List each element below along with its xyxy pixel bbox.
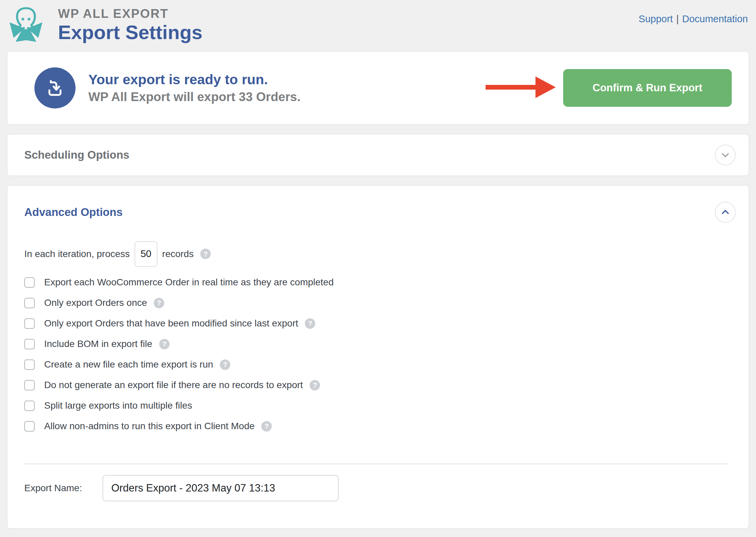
checkbox[interactable]	[24, 421, 35, 432]
export-name-input[interactable]	[103, 475, 339, 501]
checkbox[interactable]	[24, 277, 35, 288]
checkbox[interactable]	[24, 339, 35, 349]
checkbox-label: Export each WooCommerce Order in real ti…	[44, 277, 334, 288]
export-settings-page: WP ALL EXPORT Export Settings Support|Do…	[0, 0, 756, 529]
checkbox[interactable]	[24, 401, 35, 411]
banner-heading: Your export is ready to run.	[88, 71, 300, 88]
red-pointer-arrow-icon	[485, 74, 556, 101]
banner-subheading: WP All Export will export 33 Orders.	[88, 90, 300, 104]
advanced-collapse-button[interactable]	[715, 202, 736, 223]
checkbox-row: Split large exports into multiple files	[24, 396, 732, 416]
scheduling-options-title: Scheduling Options	[24, 149, 129, 161]
checkbox[interactable]	[24, 298, 35, 308]
checkbox-row: Only export Orders that have been modifi…	[24, 313, 732, 334]
iteration-suffix-label: records	[162, 249, 194, 259]
scheduling-expand-button[interactable]	[715, 145, 736, 165]
checkbox-row: Include BOM in export file ?	[24, 334, 732, 354]
help-icon[interactable]: ?	[310, 380, 320, 390]
iteration-row: In each iteration, process records ?	[24, 241, 732, 267]
iteration-prefix-label: In each iteration, process	[24, 249, 130, 259]
checkbox-label: Only export Orders once	[44, 297, 147, 308]
banner-text: Your export is ready to run. WP All Expo…	[88, 71, 300, 104]
advanced-options-title: Advanced Options	[24, 206, 123, 219]
section-divider	[24, 464, 728, 464]
help-icon[interactable]: ?	[261, 421, 272, 432]
checkbox-label: Allow non-admins to run this export in C…	[44, 421, 255, 432]
advanced-options-panel: Advanced Options In each iteration, proc…	[7, 185, 749, 529]
advanced-options-header: Advanced Options	[24, 202, 736, 223]
chevron-down-icon	[720, 149, 731, 161]
checkbox-label: Include BOM in export file	[44, 339, 152, 349]
support-link[interactable]: Support	[639, 13, 673, 24]
checkbox-row: Do not generate an export file if there …	[24, 375, 732, 396]
checkbox-label: Only export Orders that have been modifi…	[44, 318, 298, 329]
title-block: WP ALL EXPORT Export Settings	[58, 4, 203, 43]
page-header: WP ALL EXPORT Export Settings Support|Do…	[7, 0, 749, 51]
help-icon[interactable]: ?	[159, 339, 170, 349]
link-separator: |	[676, 13, 679, 24]
documentation-link[interactable]: Documentation	[682, 13, 748, 24]
checkbox-label: Create a new file each time export is ru…	[44, 359, 213, 370]
help-icon[interactable]: ?	[305, 318, 315, 329]
brand-name: WP ALL EXPORT	[58, 7, 203, 21]
chevron-up-icon	[720, 207, 731, 218]
header-links: Support|Documentation	[639, 4, 748, 25]
scheduling-options-panel[interactable]: Scheduling Options	[7, 134, 749, 176]
help-icon[interactable]: ?	[200, 249, 211, 259]
download-circle-icon	[34, 67, 76, 108]
checkbox-row: Allow non-admins to run this export in C…	[24, 416, 732, 437]
iteration-records-input[interactable]	[135, 241, 157, 267]
banner-actions: Confirm & Run Export	[485, 69, 732, 107]
advanced-checkbox-list: Export each WooCommerce Order in real ti…	[24, 272, 732, 437]
checkbox-label: Split large exports into multiple files	[44, 400, 192, 411]
advanced-options-body: In each iteration, process records ? Exp…	[24, 241, 736, 501]
checkbox[interactable]	[24, 380, 35, 390]
checkbox[interactable]	[24, 359, 35, 370]
checkbox-row: Export each WooCommerce Order in real ti…	[24, 272, 732, 293]
octopus-logo-icon	[8, 4, 44, 42]
checkbox[interactable]	[24, 318, 35, 329]
brand-block: WP ALL EXPORT Export Settings	[8, 4, 203, 43]
page-title: Export Settings	[58, 22, 203, 43]
help-icon[interactable]: ?	[220, 359, 230, 370]
export-ready-banner: Your export is ready to run. WP All Expo…	[7, 51, 749, 125]
help-icon[interactable]: ?	[154, 298, 164, 308]
checkbox-row: Only export Orders once ?	[24, 293, 732, 313]
confirm-run-export-button[interactable]: Confirm & Run Export	[563, 69, 732, 107]
export-name-row: Export Name:	[24, 475, 732, 501]
checkbox-label: Do not generate an export file if there …	[44, 380, 303, 390]
export-name-label: Export Name:	[24, 483, 103, 494]
checkbox-row: Create a new file each time export is ru…	[24, 354, 732, 375]
